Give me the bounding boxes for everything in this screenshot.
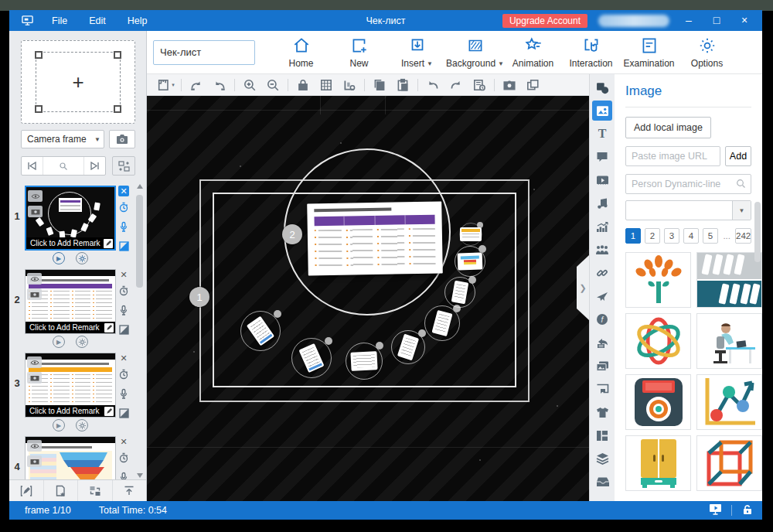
path-badge-2[interactable]: 2 [282,224,302,244]
insert-button[interactable]: Insert▼ [388,36,446,69]
options-button[interactable]: Options [678,36,736,69]
timer-icon[interactable] [118,452,129,466]
slide-export-icon[interactable] [592,332,612,353]
slide-thumbnail-1[interactable]: Click to Add Remark [25,186,116,251]
animation-button[interactable]: Animation [504,36,562,69]
zoom-in-icon[interactable] [238,77,261,94]
upgrade-account-button[interactable]: Upgrade Account [502,14,587,28]
preview-eye-icon[interactable] [27,440,42,452]
satellite-frame[interactable] [444,277,475,308]
slide-list-scrollbar[interactable] [135,182,145,479]
frame-settings-button[interactable] [76,252,88,264]
page-button-2[interactable]: 2 [645,228,660,244]
comment-icon[interactable] [592,147,612,167]
panel-scrollbar[interactable] [754,202,761,262]
play-frame-button[interactable]: ▶ [53,336,65,348]
go-last-icon[interactable] [83,157,105,175]
flash-icon[interactable]: f [592,309,612,329]
menu-help[interactable]: Help [117,10,158,31]
minimize-button[interactable]: – [680,10,697,31]
add-url-button[interactable]: Add [725,146,751,166]
remark-bar[interactable]: Click to Add Remark [26,405,115,417]
timer-icon[interactable] [118,369,129,383]
arrange-windows-icon[interactable] [521,77,544,94]
layout-settings-icon[interactable] [338,77,361,94]
slide-row-2[interactable]: 2 Click to Add Remark ▶ ✕ [9,269,146,350]
timer-icon[interactable] [118,285,129,299]
menu-file[interactable]: File [41,10,78,31]
page-button-1[interactable]: 1 [625,228,641,244]
gallery-thumb-cube[interactable] [696,435,762,491]
remark-bar[interactable]: Click to Add Remark [26,237,114,249]
plane-icon[interactable] [592,286,612,306]
chart-icon[interactable] [592,217,612,237]
screenshot-icon[interactable] [498,77,521,94]
swap-frames-icon[interactable] [78,480,113,501]
scroll-down-icon[interactable] [137,473,143,478]
paste-icon[interactable] [391,77,414,94]
lock-icon[interactable] [291,77,315,94]
microphone-icon[interactable] [118,221,129,235]
gallery-thumb-tree[interactable] [625,252,691,308]
image-tool-icon[interactable] [592,101,612,121]
scroll-up-icon[interactable] [137,184,143,189]
present-screen-icon[interactable] [709,503,722,517]
microphone-icon[interactable] [118,305,129,319]
microphone-icon[interactable] [118,388,129,402]
layout-icon[interactable] [592,425,612,445]
home-button[interactable]: Home [272,36,330,69]
maximize-button[interactable]: □ [708,10,725,31]
timer-icon[interactable] [118,202,129,216]
zoom-out-icon[interactable] [261,77,284,94]
category-select[interactable]: ▼ [625,200,751,220]
capture-camera-button[interactable] [109,130,135,148]
go-first-icon[interactable] [22,157,43,175]
path-badge-1[interactable]: 1 [189,287,209,307]
new-button[interactable]: New [330,36,388,69]
people-icon[interactable] [592,240,612,260]
image-search-input[interactable] [625,174,751,194]
slide-row-3[interactable]: 3 Click to Add Remark ▶ ✕ [9,353,146,433]
shapes-icon[interactable] [592,77,612,97]
swap-order-icon[interactable] [112,156,135,176]
corner-resize-icon[interactable] [119,324,129,338]
layers-icon[interactable] [592,448,612,469]
main-slide-object[interactable] [307,201,443,275]
corner-resize-icon[interactable] [119,408,129,421]
edit-frame-icon[interactable] [9,480,44,501]
delete-slide-icon[interactable]: ✕ [118,436,129,447]
remark-bar[interactable]: Click to Add Remark [26,322,115,333]
satellite-frame[interactable] [391,330,425,364]
slide-row-4[interactable]: 4 ✕ [9,436,146,479]
history-icon[interactable] [468,77,491,94]
image-url-input[interactable] [625,146,720,166]
satellite-frame[interactable] [424,305,460,341]
preview-eye-icon[interactable] [27,356,42,368]
play-frame-button[interactable]: ▶ [53,419,65,431]
delete-slide-icon[interactable]: ✕ [118,186,129,196]
doc-star-icon[interactable] [44,480,79,501]
camera-frame-dropdown[interactable]: Camera frame▼ [21,130,104,148]
edit-remark-pencil-icon[interactable] [104,323,114,332]
move-top-icon[interactable] [113,480,147,501]
interaction-button[interactable]: Interaction [562,36,620,69]
theme-shirt-icon[interactable] [592,402,612,422]
satellite-frame[interactable] [346,343,383,380]
text-icon[interactable]: T [592,124,612,144]
play-frame-button[interactable]: ▶ [53,252,65,264]
frame-settings-button[interactable] [76,336,88,348]
panel-expander-tab[interactable]: ❯ [577,255,589,320]
gallery-thumb-atom[interactable] [625,313,691,369]
video-icon[interactable] [592,170,612,190]
slide-thumbnail-2[interactable]: Click to Add Remark [25,269,116,334]
delete-slide-icon[interactable]: ✕ [118,269,129,280]
ruler-icon[interactable]: ▾ [155,77,178,94]
menu-edit[interactable]: Edit [78,10,117,31]
flip-back-icon[interactable] [208,77,231,94]
page-button-5[interactable]: 5 [703,228,718,244]
editor-canvas[interactable]: 1 2 ❯ [147,96,589,501]
edit-remark-pencil-icon[interactable] [104,407,114,416]
satellite-frame[interactable] [291,338,332,378]
thumb-camera-icon[interactable] [27,455,42,467]
add-local-image-button[interactable]: Add local image [625,117,711,138]
